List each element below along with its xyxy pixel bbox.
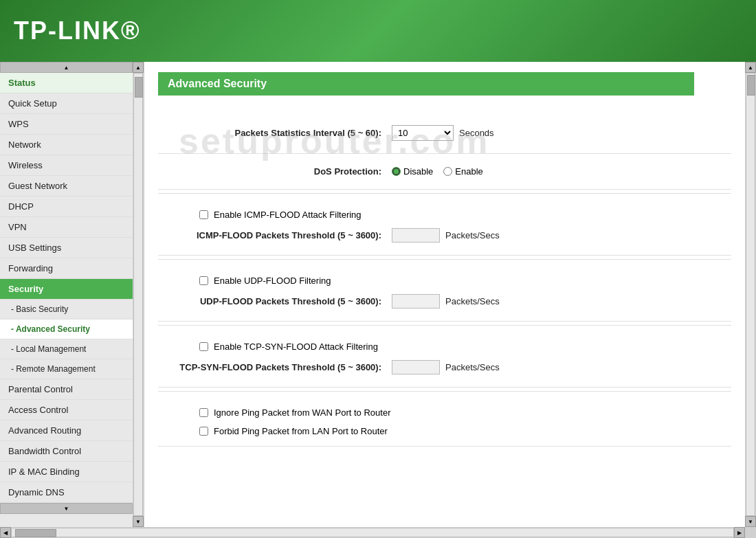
hscroll-left-btn[interactable]: ◀ <box>0 527 11 538</box>
icmp-threshold-label: ICMP-FLOOD Packets Threshold (5 ~ 3600): <box>172 230 392 240</box>
ignore-ping-wan-checkbox[interactable] <box>199 408 208 417</box>
dos-protection-section: DoS Protection: Disable Enable <box>158 154 731 190</box>
forbid-ping-lan-checkbox[interactable] <box>199 427 208 436</box>
hscroll-track[interactable] <box>11 528 734 537</box>
ignore-ping-wan-label: Ignore Ping Packet from WAN Port to Rout… <box>214 407 390 418</box>
sidebar-item-guest-network[interactable]: Guest Network <box>0 176 133 197</box>
tcp-threshold-controls: 50 Packets/Secs <box>392 360 500 374</box>
divider-3 <box>158 325 731 326</box>
bottom-scrollbar: ◀ ▶ <box>0 527 756 538</box>
sidebar-scroll-up[interactable]: ▲ <box>0 62 133 73</box>
sidebar-scroll-down[interactable]: ▼ <box>0 503 133 514</box>
dos-disable-label: Disable <box>403 166 433 177</box>
sidebar-item-remote-management[interactable]: - Remote Management <box>0 359 133 379</box>
divider-2 <box>158 259 731 260</box>
forbid-ping-lan-row: Forbid Ping Packet from LAN Port to Rout… <box>172 421 718 439</box>
sidebar-item-basic-security[interactable]: - Basic Security <box>0 300 133 320</box>
icmp-checkbox-row: Enable ICMP-FLOOD Attack Filtering <box>172 204 718 223</box>
packets-statistics-label: Packets Statistics Interval (5 ~ 60): <box>172 128 392 138</box>
dos-enable-option[interactable]: Enable <box>443 166 482 177</box>
sidebar-item-parental-control[interactable]: Parental Control <box>0 379 133 400</box>
udp-threshold-row: UDP-FLOOD Packets Threshold (5 ~ 3600): … <box>172 289 718 314</box>
divider-1 <box>158 193 731 194</box>
ping-section: Ignore Ping Packet from WAN Port to Rout… <box>158 395 731 447</box>
tcp-threshold-row: TCP-SYN-FLOOD Packets Threshold (5 ~ 360… <box>172 355 718 380</box>
packets-statistics-controls: 102030405060 Seconds <box>392 125 494 141</box>
form-area: Packets Statistics Interval (5 ~ 60): 10… <box>158 106 731 453</box>
udp-checkbox-row: Enable UDP-FLOOD Filtering <box>172 270 718 289</box>
main-wrapper: ▲ StatusQuick SetupWPSNetworkWirelessGue… <box>0 62 756 527</box>
sidebar-item-dynamic-dns[interactable]: Dynamic DNS <box>0 482 133 503</box>
content-vscrollbar: ▲ ▼ <box>745 62 756 527</box>
sidebar-item-advanced-security[interactable]: - Advanced Security <box>0 320 133 339</box>
logo: TP-LINK® <box>14 16 141 45</box>
sidebar-item-vpn[interactable]: VPN <box>0 217 133 238</box>
sidebar-item-quick-setup[interactable]: Quick Setup <box>0 93 133 114</box>
dos-disable-radio[interactable] <box>392 167 401 176</box>
hscroll-right-btn[interactable]: ▶ <box>734 527 745 538</box>
icmp-threshold-input[interactable]: 50 <box>392 228 440 243</box>
sidebar-item-local-management[interactable]: - Local Management <box>0 339 133 359</box>
icmp-threshold-controls: 50 Packets/Secs <box>392 228 500 243</box>
udp-threshold-label: UDP-FLOOD Packets Threshold (5 ~ 3600): <box>172 296 392 306</box>
dos-enable-label: Enable <box>455 166 482 177</box>
sidebar: ▲ StatusQuick SetupWPSNetworkWirelessGue… <box>0 62 144 527</box>
ignore-ping-wan-row: Ignore Ping Packet from WAN Port to Rout… <box>172 402 718 421</box>
divider-4 <box>158 391 731 392</box>
tcp-checkbox-row: Enable TCP-SYN-FLOOD Attack Filtering <box>172 336 718 355</box>
udp-section: Enable UDP-FLOOD Filtering UDP-FLOOD Pac… <box>158 263 731 322</box>
udp-threshold-input[interactable]: 500 <box>392 294 440 309</box>
sidebar-item-access-control[interactable]: Access Control <box>0 400 133 421</box>
content-scroll-thumb[interactable] <box>747 75 755 96</box>
udp-checkbox[interactable] <box>199 276 208 285</box>
icmp-section: Enable ICMP-FLOOD Attack Filtering ICMP-… <box>158 197 731 256</box>
page-title: Advanced Security <box>158 72 694 96</box>
packets-statistics-row: Packets Statistics Interval (5 ~ 60): 10… <box>172 120 718 146</box>
tcp-section: Enable TCP-SYN-FLOOD Attack Filtering TC… <box>158 329 731 388</box>
sidebar-scroll-down-btn[interactable]: ▼ <box>133 516 144 527</box>
sidebar-item-dhcp[interactable]: DHCP <box>0 197 133 217</box>
sidebar-item-wireless[interactable]: Wireless <box>0 155 133 176</box>
sidebar-item-forwarding[interactable]: Forwarding <box>0 258 133 279</box>
content-scroll-down-btn[interactable]: ▼ <box>745 516 756 527</box>
sidebar-scroll-track[interactable] <box>133 73 143 516</box>
icmp-checkbox-label: Enable ICMP-FLOOD Attack Filtering <box>214 210 362 220</box>
udp-checkbox-label: Enable UDP-FLOOD Filtering <box>214 276 331 286</box>
sidebar-item-advanced-routing[interactable]: Advanced Routing <box>0 421 133 441</box>
content-scroll-up-btn[interactable]: ▲ <box>745 62 756 73</box>
sidebar-list: ▲ StatusQuick SetupWPSNetworkWirelessGue… <box>0 62 133 527</box>
sidebar-item-security[interactable]: Security <box>0 279 133 300</box>
scrollbar-corner <box>745 527 756 538</box>
icmp-threshold-unit: Packets/Secs <box>445 230 500 240</box>
sidebar-item-usb-settings[interactable]: USB Settings <box>0 238 133 258</box>
sidebar-scroll-thumb[interactable] <box>135 77 143 98</box>
sidebar-item-ip-mac-binding[interactable]: IP & MAC Binding <box>0 462 133 482</box>
forbid-ping-lan-label: Forbid Ping Packet from LAN Port to Rout… <box>214 426 388 436</box>
dos-protection-label: DoS Protection: <box>172 166 392 177</box>
sidebar-item-status[interactable]: Status <box>0 73 133 93</box>
hscroll-thumb[interactable] <box>15 529 56 537</box>
sidebar-scroll-up-btn[interactable]: ▲ <box>133 62 144 73</box>
dos-disable-option[interactable]: Disable <box>392 166 433 177</box>
tcp-threshold-input[interactable]: 50 <box>392 360 440 374</box>
udp-threshold-controls: 500 Packets/Secs <box>392 294 500 309</box>
udp-threshold-unit: Packets/Secs <box>445 296 500 306</box>
packets-statistics-section: Packets Statistics Interval (5 ~ 60): 10… <box>158 113 731 154</box>
icmp-checkbox[interactable] <box>199 210 208 219</box>
packets-statistics-unit: Seconds <box>459 128 494 138</box>
dos-protection-row: DoS Protection: Disable Enable <box>172 161 718 182</box>
sidebar-item-wps[interactable]: WPS <box>0 114 133 135</box>
dos-protection-controls: Disable Enable <box>392 166 483 177</box>
content-scroll-wrapper: setuprouter.com Advanced Security Packet… <box>144 62 756 527</box>
tcp-checkbox-label: Enable TCP-SYN-FLOOD Attack Filtering <box>214 341 378 352</box>
header: TP-LINK® <box>0 0 756 62</box>
content-inner: setuprouter.com Advanced Security Packet… <box>144 62 745 527</box>
tcp-checkbox[interactable] <box>199 342 208 351</box>
packets-statistics-select[interactable]: 102030405060 <box>392 125 454 141</box>
tcp-threshold-label: TCP-SYN-FLOOD Packets Threshold (5 ~ 360… <box>172 362 392 372</box>
sidebar-item-network[interactable]: Network <box>0 135 133 155</box>
dos-enable-radio[interactable] <box>443 167 452 176</box>
content-scroll-track[interactable] <box>746 73 755 516</box>
sidebar-vscrollbar: ▲ ▼ <box>133 62 144 527</box>
sidebar-item-bandwidth-control[interactable]: Bandwidth Control <box>0 441 133 462</box>
